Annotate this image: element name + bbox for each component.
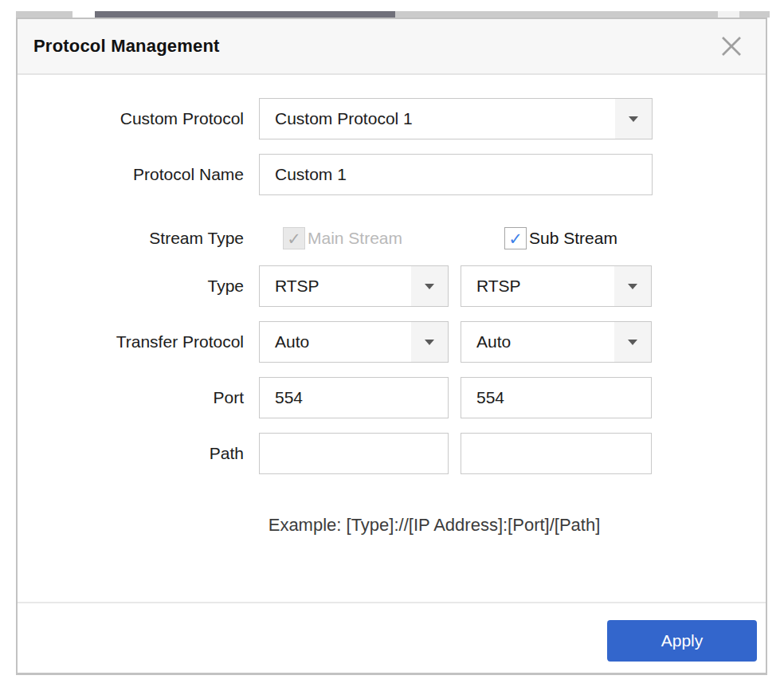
check-icon: ✓ [287, 230, 301, 247]
example-hint: Example: [Type]://[IP Address]:[Port]/[P… [179, 515, 689, 536]
stream-type-label: Stream Type [18, 227, 244, 249]
footer-divider [18, 602, 766, 603]
transfer-protocol-sub-selected-value: Auto [476, 332, 511, 351]
close-button[interactable] [718, 33, 745, 60]
main-stream-label: Main Stream [308, 229, 402, 248]
apply-button[interactable]: Apply [607, 620, 757, 662]
check-icon: ✓ [508, 230, 523, 247]
path-main-input[interactable] [259, 433, 449, 474]
transfer-protocol-main-selected-value: Auto [275, 332, 309, 351]
main-stream-checkbox: ✓ [283, 227, 305, 249]
protocol-name-input[interactable] [259, 154, 653, 195]
protocol-management-dialog: Protocol Management Custom Protocol Cust… [16, 18, 767, 675]
chevron-down-icon [614, 266, 651, 306]
dialog-body: Custom Protocol Custom Protocol 1 Protoc… [18, 75, 766, 673]
path-label: Path [18, 433, 244, 474]
type-label: Type [18, 265, 244, 307]
dialog-title: Protocol Management [33, 36, 718, 57]
port-sub-input[interactable] [461, 377, 652, 418]
chevron-down-icon [615, 99, 652, 139]
dialog-header: Protocol Management [18, 19, 766, 75]
port-label: Port [18, 377, 244, 418]
chevron-down-icon [614, 322, 651, 362]
protocol-name-label: Protocol Name [18, 154, 244, 195]
sub-stream-checkbox[interactable]: ✓ [504, 227, 527, 249]
background-bar-segment [73, 11, 95, 18]
transfer-protocol-main-select[interactable]: Auto [259, 321, 449, 363]
background-bar-segment [95, 11, 395, 18]
chevron-down-icon [411, 322, 448, 362]
type-main-select[interactable]: RTSP [259, 265, 449, 307]
main-stream-checkbox-group: ✓ Main Stream [283, 227, 402, 249]
background-bar-segment [718, 11, 739, 18]
port-main-input[interactable] [259, 377, 449, 418]
custom-protocol-label: Custom Protocol [18, 98, 244, 139]
chevron-down-icon [411, 266, 448, 306]
path-sub-input[interactable] [461, 433, 652, 474]
sub-stream-checkbox-group: ✓ Sub Stream [504, 227, 617, 249]
custom-protocol-selected-value: Custom Protocol 1 [275, 109, 413, 128]
transfer-protocol-label: Transfer Protocol [18, 321, 244, 363]
type-main-selected-value: RTSP [275, 277, 319, 295]
type-sub-selected-value: RTSP [476, 277, 521, 295]
type-sub-select[interactable]: RTSP [461, 265, 652, 307]
sub-stream-label: Sub Stream [529, 229, 617, 248]
background-top-bar [16, 11, 770, 18]
transfer-protocol-sub-select[interactable]: Auto [461, 321, 652, 363]
custom-protocol-select[interactable]: Custom Protocol 1 [259, 98, 653, 139]
close-icon [719, 34, 743, 58]
